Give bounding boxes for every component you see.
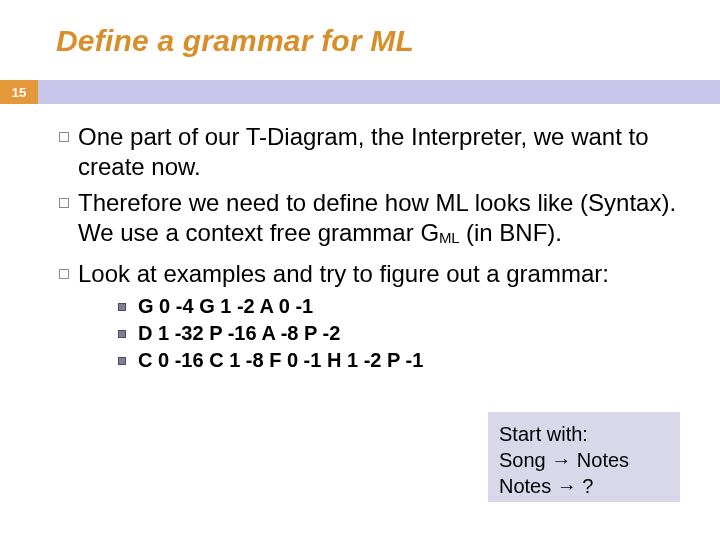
square-outline-icon	[59, 269, 69, 279]
bullet-text-tail: (in BNF).	[459, 219, 562, 246]
example-text: D 1 -32 P -16 A -8 P -2	[138, 322, 340, 345]
example-list: G 0 -4 G 1 -2 A 0 -1 D 1 -32 P -16 A -8 …	[118, 295, 690, 372]
hint-text: ?	[577, 475, 594, 497]
page-number-badge: 15	[0, 80, 38, 104]
square-filled-icon	[118, 330, 126, 338]
example-item: C 0 -16 C 1 -8 F 0 -1 H 1 -2 P -1	[118, 349, 690, 372]
example-text: G 0 -4 G 1 -2 A 0 -1	[138, 295, 313, 318]
bullet-item: One part of our T-Diagram, the Interpret…	[50, 122, 690, 182]
title-separator-bar	[0, 80, 720, 104]
hint-text: Notes	[571, 449, 629, 471]
example-item: G 0 -4 G 1 -2 A 0 -1	[118, 295, 690, 318]
slide-title: Define a grammar for ML	[56, 24, 414, 58]
hint-line-3: Notes → ?	[499, 473, 669, 499]
bullet-item: Therefore we need to define how ML looks…	[50, 188, 690, 253]
hint-text: Notes	[499, 475, 557, 497]
example-text: C 0 -16 C 1 -8 F 0 -1 H 1 -2 P -1	[138, 349, 423, 372]
grammar-sub-ml: ML	[439, 229, 459, 246]
square-outline-icon	[59, 198, 69, 208]
bullet-marker	[50, 188, 78, 208]
sub-bullet-marker	[118, 330, 138, 338]
hint-line-1: Start with:	[499, 421, 669, 447]
arrow-right-icon: →	[551, 449, 571, 471]
bullet-text: One part of our T-Diagram, the Interpret…	[78, 122, 690, 182]
example-item: D 1 -32 P -16 A -8 P -2	[118, 322, 690, 345]
square-outline-icon	[59, 132, 69, 142]
hint-box: Start with: Song → Notes Notes → ?	[488, 412, 680, 502]
bullet-text: Look at examples and try to figure out a…	[78, 259, 690, 289]
sub-bullet-marker	[118, 357, 138, 365]
hint-line-2: Song → Notes	[499, 447, 669, 473]
bullet-text-span: Therefore we need to define how ML looks…	[78, 189, 676, 246]
bullet-marker	[50, 122, 78, 142]
sub-bullet-marker	[118, 303, 138, 311]
bullet-item: Look at examples and try to figure out a…	[50, 259, 690, 289]
square-filled-icon	[118, 303, 126, 311]
slide-body: One part of our T-Diagram, the Interpret…	[50, 122, 690, 376]
square-filled-icon	[118, 357, 126, 365]
hint-text: Song	[499, 449, 551, 471]
grammar-g: G	[420, 219, 439, 246]
arrow-right-icon: →	[557, 475, 577, 497]
grammar-symbol: GML	[420, 219, 459, 246]
bullet-marker	[50, 259, 78, 279]
bullet-text: Therefore we need to define how ML looks…	[78, 188, 690, 253]
